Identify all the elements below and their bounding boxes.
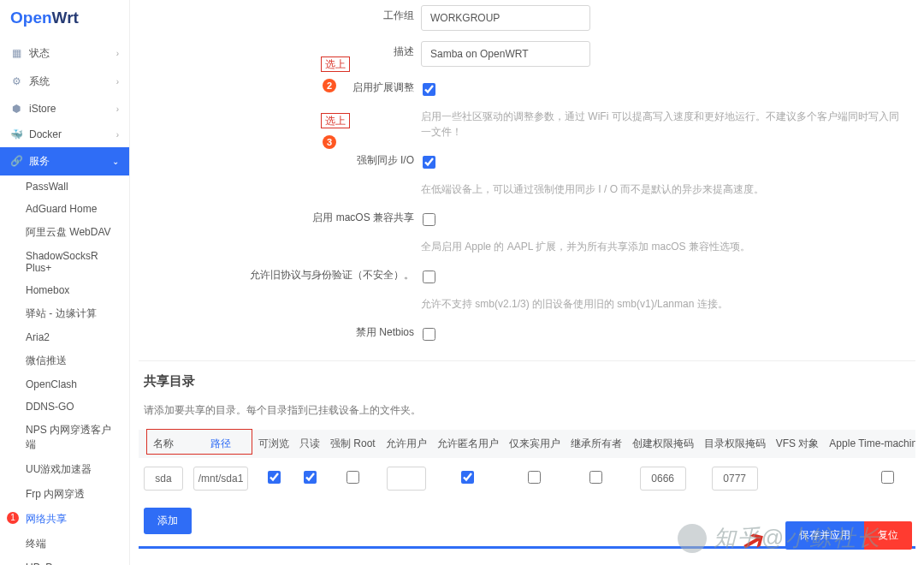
share-browse-checkbox[interactable] (268, 471, 281, 484)
docker-icon: 🐳 (10, 128, 22, 140)
badge-icon: 1 (7, 512, 19, 524)
reset-button[interactable]: 复位 (864, 521, 912, 550)
cube-icon: ⬢ (10, 103, 22, 115)
dashboard-icon: ▦ (10, 47, 22, 59)
th-inherit: 继承所有者 (566, 430, 627, 458)
chevron-right-icon: › (116, 130, 119, 140)
share-path-input[interactable] (193, 467, 248, 491)
label-sync-io: 强制同步 I/O (139, 148, 421, 168)
sidebar-menu: ▦状态› ⚙系统› ⬢iStore› 🐳Docker› 🔗服务⌄ PassWal… (0, 39, 129, 565)
sub-webdav[interactable]: 阿里云盘 WebDAV (0, 220, 129, 245)
workgroup-input[interactable] (421, 5, 590, 31)
label-macos: 启用 macOS 兼容共享 (139, 205, 421, 225)
sync-io-checkbox[interactable] (423, 156, 435, 169)
save-apply-button[interactable]: 保存并应用 (785, 521, 864, 550)
share-cmask-input[interactable] (640, 467, 686, 491)
sidebar-item-status[interactable]: ▦状态› (0, 39, 129, 68)
sub-frp[interactable]: Frp 内网穿透 (0, 482, 129, 507)
shares-table: 名称 路径 可浏览 只读 强制 Root 允许用户 允许匿名用户 仅来宾用户 继… (139, 430, 915, 499)
shares-desc: 请添加要共享的目录。每个目录指到已挂载设备上的文件夹。 (130, 393, 924, 430)
chevron-down-icon: ⌄ (112, 157, 119, 166)
annot-num-3: 3 (323, 135, 336, 149)
sub-homebox[interactable]: Homebox (0, 279, 129, 301)
th-anon: 允许匿名用户 (432, 430, 504, 458)
share-inherit-checkbox[interactable] (589, 471, 602, 484)
sidebar-item-services[interactable]: 🔗服务⌄ (0, 147, 129, 175)
shares-title: 共享目录 (130, 361, 924, 393)
sub-edge[interactable]: 驿站 - 边缘计算 (0, 301, 129, 326)
help-sync-io: 在低端设备上，可以通过强制使用同步 I / O 而不是默认的异步来提高速度。 (421, 181, 900, 197)
macos-checkbox[interactable] (423, 213, 435, 226)
label-workgroup: 工作组 (139, 3, 421, 23)
ext-tuning-checkbox[interactable] (423, 83, 435, 96)
sub-upnp[interactable]: UPnP (0, 556, 129, 565)
sub-terminal[interactable]: 终端 (0, 532, 129, 556)
table-row (139, 458, 915, 499)
th-root: 强制 Root (325, 430, 381, 458)
share-guest-checkbox[interactable] (528, 471, 541, 484)
th-name: 名称 (139, 430, 188, 458)
chevron-right-icon: › (116, 49, 119, 58)
sub-networkshare[interactable]: 1网络共享 (0, 507, 129, 532)
sidebar: OpenWrt ▦状态› ⚙系统› ⬢iStore› 🐳Docker› 🔗服务⌄… (0, 0, 130, 565)
th-cmask: 创建权限掩码 (627, 430, 699, 458)
gear-icon: ⚙ (10, 75, 22, 87)
link-icon: 🔗 (10, 155, 22, 167)
sidebar-item-istore[interactable]: ⬢iStore› (0, 96, 129, 122)
annot-num-2: 2 (323, 79, 336, 92)
th-guest: 仅来宾用户 (504, 430, 566, 458)
help-ext-tuning: 启用一些社区驱动的调整参数，通过 WiFi 可以提高写入速度和更好地运行。不建议… (421, 109, 900, 140)
sub-ddnsgo[interactable]: DDNS-GO (0, 396, 129, 418)
legacy-checkbox[interactable] (423, 271, 435, 283)
share-anon-checkbox[interactable] (461, 471, 474, 484)
label-desc: 描述 (139, 39, 421, 59)
netbios-checkbox[interactable] (423, 328, 435, 341)
share-allow-input[interactable] (387, 467, 426, 491)
main-content: 工作组 描述 启用扩展调整启用一些社区驱动的调整参数，通过 WiFi 可以提高写… (130, 0, 924, 565)
th-browse: 可浏览 (253, 430, 294, 458)
share-apple-checkbox[interactable] (881, 471, 894, 484)
th-readonly: 只读 (294, 430, 325, 458)
share-name-input[interactable] (144, 467, 183, 491)
brand-logo: OpenWrt (0, 0, 129, 39)
chevron-right-icon: › (116, 104, 119, 114)
help-macos: 全局启用 Apple 的 AAPL 扩展，并为所有共享添加 macOS 兼容性选… (421, 239, 900, 254)
sub-openclash[interactable]: OpenClash (0, 373, 129, 396)
share-readonly-checkbox[interactable] (304, 471, 317, 484)
th-path[interactable]: 路径 (188, 430, 253, 458)
sub-ssrplus[interactable]: ShadowSocksR Plus+ (0, 245, 129, 279)
th-apple-tm: Apple Time-machine 共享 (824, 430, 915, 458)
label-legacy: 允许旧协议与身份验证（不安全）。 (139, 263, 421, 282)
chevron-right-icon: › (116, 77, 119, 86)
th-allow: 允许用户 (381, 430, 432, 458)
sub-passwall[interactable]: PassWall (0, 175, 129, 198)
sidebar-item-docker[interactable]: 🐳Docker› (0, 122, 129, 147)
share-root-checkbox[interactable] (346, 471, 359, 484)
share-dmask-input[interactable] (712, 467, 758, 491)
sub-adguard[interactable]: AdGuard Home (0, 198, 129, 220)
sub-wechat[interactable]: 微信推送 (0, 348, 129, 373)
th-vfs: VFS 对象 (771, 430, 825, 458)
sub-nps[interactable]: NPS 内网穿透客户端 (0, 418, 129, 457)
sub-uu[interactable]: UU游戏加速器 (0, 457, 129, 482)
annot-select-1: 选上 (321, 56, 350, 72)
help-legacy: 允许不支持 smb(v2.1/3) 的旧设备使用旧的 smb(v1)/Lanma… (421, 296, 900, 312)
add-button[interactable]: 添加 (144, 508, 192, 534)
description-input[interactable] (421, 41, 590, 67)
annot-select-2: 选上 (321, 113, 350, 128)
sub-aria2[interactable]: Aria2 (0, 326, 129, 348)
th-dmask: 目录权限掩码 (699, 430, 771, 458)
label-netbios: 禁用 Netbios (139, 320, 421, 340)
label-ext-tuning: 启用扩展调整 (139, 75, 421, 95)
sidebar-item-system[interactable]: ⚙系统› (0, 68, 129, 96)
